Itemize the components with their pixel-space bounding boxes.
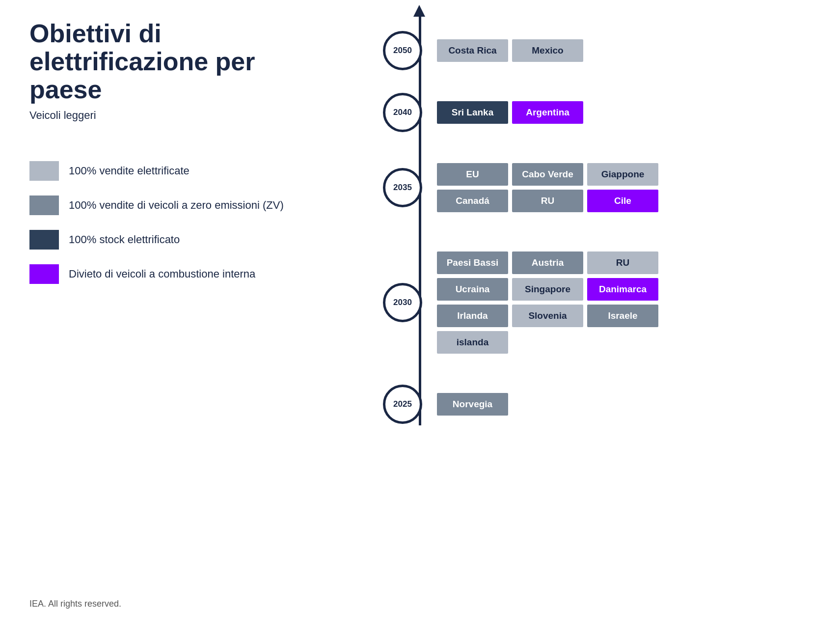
country-boxes-2025: Norvegia xyxy=(437,383,508,425)
country-box-ru: RU xyxy=(587,251,658,274)
country-box-ucraina: Ucraina xyxy=(437,278,508,301)
country-box-irlanda: Irlanda xyxy=(437,305,508,327)
year-circle-2035: 2035 xyxy=(383,168,422,207)
country-boxes-2030: Paesi BassiAustriaRUUcrainaSingaporeDani… xyxy=(437,242,658,363)
right-panel: 2050Costa RicaMexico2040Sri LankaArgenti… xyxy=(344,20,811,609)
legend-label-purple: Divieto di veicoli a combustione interna xyxy=(69,268,255,280)
legend-swatch-dark-navy xyxy=(29,230,59,250)
country-box-israele: Israele xyxy=(587,305,658,327)
timeline-node-2030: 2030Paesi BassiAustriaRUUcrainaSingapore… xyxy=(383,242,811,363)
timeline-node-2025: 2025Norvegia xyxy=(383,383,811,425)
timeline-node-2040: 2040Sri LankaArgentina xyxy=(383,91,811,134)
spacer-2 xyxy=(383,222,422,242)
legend-swatch-medium-gray xyxy=(29,195,59,215)
year-label-2040: 2040 xyxy=(393,108,412,117)
timeline-node-2035: 2035EUCabo VerdeGiapponeCanadáRUCile xyxy=(383,153,811,222)
country-boxes-2040: Sri LankaArgentina xyxy=(437,91,583,134)
country-box-costa-rica: Costa Rica xyxy=(437,39,508,62)
country-box-cile: Cile xyxy=(587,190,658,212)
footer: IEA. All rights reserved. xyxy=(29,579,324,609)
legend-label-dark-navy: 100% stock elettrificato xyxy=(69,233,180,246)
spacer-0 xyxy=(383,72,422,91)
country-box-danimarca: Danimarca xyxy=(587,278,658,301)
country-box-giappone: Giappone xyxy=(587,163,658,186)
left-panel: Obiettivi di elettrificazione per paese … xyxy=(29,20,344,609)
spacer-1 xyxy=(383,134,422,153)
country-box-austria: Austria xyxy=(512,251,583,274)
country-box-ru: RU xyxy=(512,190,583,212)
legend-swatch-purple xyxy=(29,264,59,284)
legend-item-dark-navy: 100% stock elettrificato xyxy=(29,230,324,250)
legend-label-light-gray: 100% vendite elettrificate xyxy=(69,165,190,177)
timeline-wrapper: 2050Costa RicaMexico2040Sri LankaArgenti… xyxy=(383,20,811,425)
year-circle-2040: 2040 xyxy=(383,93,422,132)
country-box-islanda: islanda xyxy=(437,331,508,354)
country-box-mexico: Mexico xyxy=(512,39,583,62)
country-box-cabo-verde: Cabo Verde xyxy=(512,163,583,186)
country-box-slovenia: Slovenia xyxy=(512,305,583,327)
legend-item-light-gray: 100% vendite elettrificate xyxy=(29,161,324,181)
year-label-2050: 2050 xyxy=(393,46,412,56)
country-box-eu: EU xyxy=(437,163,508,186)
legend-label-medium-gray: 100% vendite di veicoli a zero emissioni… xyxy=(69,199,284,212)
country-box-paesi-bassi: Paesi Bassi xyxy=(437,251,508,274)
country-box-sri-lanka: Sri Lanka xyxy=(437,101,508,124)
page-title: Obiettivi di elettrificazione per paese xyxy=(29,20,324,104)
legend: 100% vendite elettrificate100% vendite d… xyxy=(29,161,324,284)
legend-swatch-light-gray xyxy=(29,161,59,181)
timeline-arrow xyxy=(413,5,425,17)
legend-item-medium-gray: 100% vendite di veicoli a zero emissioni… xyxy=(29,195,324,215)
year-circle-2050: 2050 xyxy=(383,31,422,70)
timeline-node-2050: 2050Costa RicaMexico xyxy=(383,20,811,72)
country-boxes-2050: Costa RicaMexico xyxy=(437,29,583,72)
country-box-norvegia: Norvegia xyxy=(437,393,508,416)
year-circle-2030: 2030 xyxy=(383,283,422,322)
country-box-canadá: Canadá xyxy=(437,190,508,212)
year-label-2035: 2035 xyxy=(393,183,412,193)
country-boxes-2035: EUCabo VerdeGiapponeCanadáRUCile xyxy=(437,153,658,222)
year-label-2030: 2030 xyxy=(393,298,412,307)
country-box-argentina: Argentina xyxy=(512,101,583,124)
year-circle-2025: 2025 xyxy=(383,385,422,424)
year-label-2025: 2025 xyxy=(393,399,412,409)
spacer-3 xyxy=(383,363,422,383)
country-box-singapore: Singapore xyxy=(512,278,583,301)
page-subtitle: Veicoli leggeri xyxy=(29,109,324,122)
legend-item-purple: Divieto di veicoli a combustione interna xyxy=(29,264,324,284)
